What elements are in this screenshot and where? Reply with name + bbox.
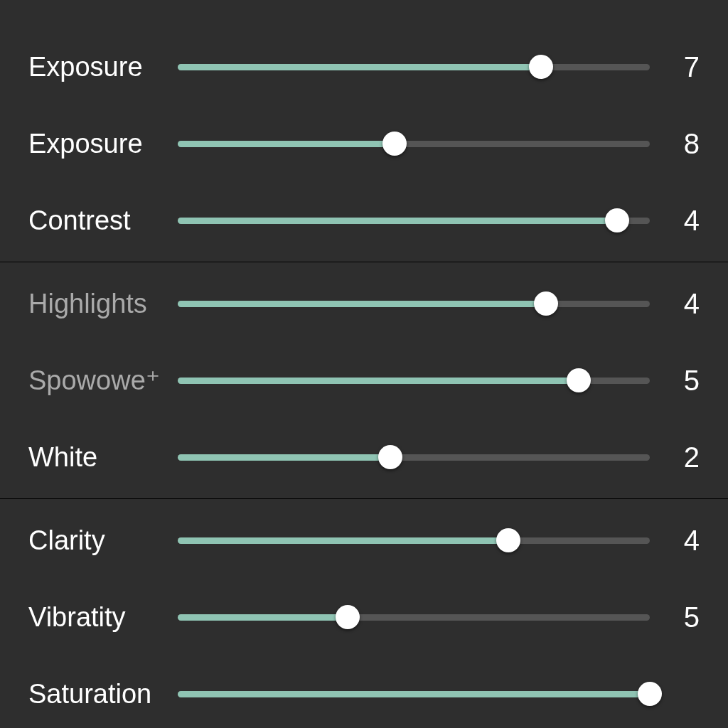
slider-row: Clarity 4	[28, 502, 700, 579]
slider-thumb[interactable]	[336, 605, 360, 629]
slider-track-fill	[178, 614, 348, 621]
slider-white[interactable]	[178, 446, 650, 468]
slider-track-fill	[178, 691, 650, 697]
slider-value-highlights: 4	[650, 288, 700, 320]
slider-highlights[interactable]	[178, 293, 650, 314]
slider-clarity[interactable]	[178, 530, 650, 551]
slider-thumb[interactable]	[529, 55, 553, 79]
slider-track-fill	[178, 141, 395, 147]
slider-label-clarity: Clarity	[28, 525, 178, 556]
slider-thumb[interactable]	[496, 528, 520, 552]
slider-value-clarity: 4	[650, 525, 700, 557]
slider-track-fill	[178, 378, 579, 384]
slider-value-exposure-2: 8	[650, 128, 700, 160]
slider-row: Exposure 7	[28, 28, 700, 105]
slider-track-fill	[178, 218, 617, 224]
slider-thumb[interactable]	[534, 291, 558, 316]
slider-row: Vibratity 5	[28, 579, 700, 655]
slider-track-fill	[178, 454, 390, 461]
slider-thumb[interactable]	[638, 682, 662, 706]
slider-label-vibratity: Vibratity	[28, 602, 178, 633]
slider-track-fill	[178, 64, 541, 70]
slider-row: Highlights 4	[28, 265, 700, 342]
slider-label-exposure-1: Exposure	[28, 52, 178, 82]
slider-value-contrest: 4	[650, 205, 700, 237]
slider-exposure-1[interactable]	[178, 56, 650, 77]
slider-value-spowowe: 5	[650, 365, 700, 397]
slider-row: White 2	[28, 419, 700, 496]
slider-row: Spowowe⁺ 5	[28, 342, 700, 419]
slider-row: Exposure 8	[28, 105, 700, 182]
slider-vibratity[interactable]	[178, 606, 650, 628]
slider-track-fill	[178, 537, 508, 544]
slider-track-fill	[178, 301, 546, 307]
slider-label-saturation: Saturation	[28, 679, 178, 710]
slider-value-vibratity: 5	[650, 601, 700, 633]
section-divider	[0, 498, 728, 499]
slider-label-exposure-2: Exposure	[28, 129, 178, 159]
slider-value-white: 2	[650, 441, 700, 473]
section-divider	[0, 262, 728, 262]
slider-thumb[interactable]	[382, 132, 407, 156]
slider-row: Saturation	[28, 655, 700, 728]
slider-contrest[interactable]	[178, 210, 650, 231]
slider-row: Contrest 4	[28, 182, 700, 259]
slider-exposure-2[interactable]	[178, 133, 650, 154]
slider-label-contrest: Contrest	[28, 205, 178, 236]
slider-saturation[interactable]	[178, 683, 650, 705]
slider-spowowe[interactable]	[178, 370, 650, 391]
slider-thumb[interactable]	[378, 445, 402, 469]
slider-label-spowowe: Spowowe⁺	[28, 365, 178, 396]
adjustments-panel: Exposure 7 Exposure 8 Contrest 4 Highlig…	[0, 0, 728, 728]
slider-value-exposure-1: 7	[650, 51, 700, 83]
slider-label-highlights: Highlights	[28, 289, 178, 319]
slider-label-white: White	[28, 442, 178, 473]
slider-thumb[interactable]	[567, 368, 591, 392]
slider-thumb[interactable]	[605, 208, 629, 232]
